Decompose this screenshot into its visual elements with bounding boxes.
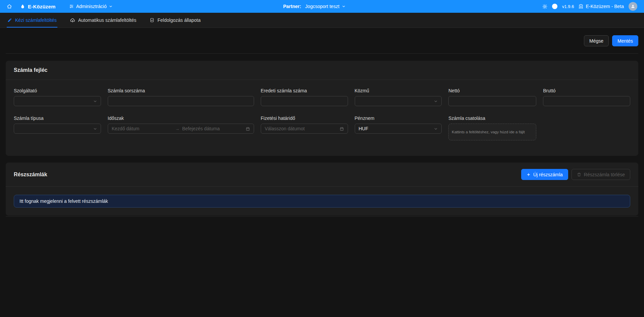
tab-manual-upload[interactable]: Kézi számlafeltöltés xyxy=(7,13,57,28)
field-provider: Szolgáltató xyxy=(14,88,101,106)
calendar-icon xyxy=(340,127,344,131)
theme-toggle[interactable] xyxy=(552,4,557,9)
card-title: Számla fejléc xyxy=(14,67,48,73)
partner-value: Jogcsoport teszt xyxy=(305,4,339,9)
chevron-down-icon xyxy=(93,127,97,131)
currency-value: HUF xyxy=(359,126,368,131)
version-label: v1.9.6 xyxy=(562,4,574,9)
app-logo-drop-icon xyxy=(20,3,25,9)
field-original-invoice-number: Eredeti számla száma xyxy=(261,88,348,106)
tab-label: Automatikus számlafeltöltés xyxy=(78,17,137,23)
save-button[interactable]: Mentés xyxy=(612,35,638,46)
home-icon[interactable] xyxy=(7,4,12,9)
tab-bar: Kézi számlafeltöltés Automatikus számlaf… xyxy=(0,13,644,28)
invoice-attachment-upload[interactable]: Kattints a feltöltéshez, vagy húzd ide a… xyxy=(448,124,536,140)
trash-icon xyxy=(577,172,581,177)
period-end-input[interactable] xyxy=(182,126,243,131)
field-invoice-number: Számla sorszáma xyxy=(108,88,254,106)
menu-administration[interactable]: Adminisztráció xyxy=(69,4,112,9)
partner-selector[interactable]: Jogcsoport teszt xyxy=(305,4,345,9)
field-utility: Közmű xyxy=(355,88,442,106)
chevron-down-icon xyxy=(434,99,438,103)
topbar-right: v1.9.6 E-Közüzem - Beta xyxy=(322,2,638,11)
period-range-picker[interactable]: → xyxy=(108,124,254,134)
subinvoices-card-header: Részszámlák Új részszámla Részszámla tör… xyxy=(6,163,638,187)
due-date-picker[interactable] xyxy=(261,124,348,134)
partner-label: Partner: xyxy=(283,4,301,9)
partner-bar: Partner: Jogcsoport teszt xyxy=(283,4,346,9)
environment-badge: E-Közüzem - Beta xyxy=(579,4,624,9)
original-invoice-number-input[interactable] xyxy=(261,96,348,106)
currency-label: Pénznem xyxy=(355,116,442,121)
period-label: Időszak xyxy=(108,116,254,121)
bottom-divider xyxy=(6,216,638,217)
user-icon xyxy=(631,4,635,9)
chevron-down-icon xyxy=(342,5,345,8)
calendar-icon xyxy=(246,127,250,131)
top-header-bar: E-Közüzem Adminisztráció Partner: Jogcso… xyxy=(0,0,644,13)
gross-label: Bruttó xyxy=(543,88,630,93)
empty-subinvoices-text: Itt fognak megjelenni a felvett részszám… xyxy=(19,198,108,204)
field-currency: Pénznem HUF xyxy=(355,116,442,140)
theme-sun-icon xyxy=(542,4,547,9)
add-subinvoice-button[interactable]: Új részszámla xyxy=(521,169,568,180)
invoice-header-card-body: Szolgáltató Számla sorszáma E xyxy=(6,80,638,156)
tab-processing-status[interactable]: Feldolgozás állapota xyxy=(149,13,201,28)
building-icon xyxy=(579,4,583,9)
empty-subinvoices-alert: Itt fognak megjelenni a felvett részszám… xyxy=(14,195,630,208)
invoice-type-select[interactable] xyxy=(14,124,101,134)
tab-automatic-upload[interactable]: Automatikus számlafeltöltés xyxy=(69,13,137,28)
original-invoice-number-label: Eredeti számla száma xyxy=(261,88,348,93)
form-action-row: Mégse Mentés xyxy=(6,35,638,46)
administration-icon xyxy=(69,4,74,9)
invoice-type-label: Számla típusa xyxy=(14,116,101,121)
app-root: E-Közüzem Adminisztráció Partner: Jogcso… xyxy=(0,0,644,317)
processing-status-icon xyxy=(150,18,154,22)
chevron-down-icon xyxy=(434,127,438,131)
chevron-down-icon xyxy=(93,99,97,103)
utility-label: Közmű xyxy=(355,88,442,93)
delete-subinvoice-label: Részszámla törlése xyxy=(584,172,625,177)
card-title: Részszámlák xyxy=(14,172,47,178)
period-start-input[interactable] xyxy=(112,126,172,131)
edit-icon xyxy=(7,18,12,22)
invoice-header-card: Számla fejléc Szolgáltató Szám xyxy=(6,61,638,156)
field-net: Nettó xyxy=(448,88,536,106)
cancel-button[interactable]: Mégse xyxy=(584,35,609,46)
provider-label: Szolgáltató xyxy=(14,88,101,93)
utility-select[interactable] xyxy=(355,96,442,106)
field-gross: Bruttó xyxy=(543,88,630,106)
main-content: Mégse Mentés Számla fejléc Szolgáltató xyxy=(0,28,644,217)
tab-label: Kézi számlafeltöltés xyxy=(15,17,57,23)
delete-subinvoice-button[interactable]: Részszámla törlése xyxy=(572,169,630,180)
upload-hint: Kattints a feltöltéshez, vagy húzd ide a… xyxy=(452,130,525,134)
gross-amount-input[interactable] xyxy=(543,96,630,106)
invoice-header-card-header: Számla fejléc xyxy=(6,61,638,80)
cloud-upload-icon xyxy=(70,18,75,23)
add-subinvoice-label: Új részszámla xyxy=(533,172,563,177)
top-divider xyxy=(6,53,638,54)
provider-select[interactable] xyxy=(14,96,101,106)
field-due-date: Fizetési határidő xyxy=(261,116,348,140)
net-amount-input[interactable] xyxy=(448,96,536,106)
subinvoices-actions: Új részszámla Részszámla törlése xyxy=(521,169,630,180)
currency-select[interactable]: HUF xyxy=(355,124,442,134)
field-invoice-type: Számla típusa xyxy=(14,116,101,140)
field-period: Időszak → xyxy=(108,116,254,140)
subinvoices-card: Részszámlák Új részszámla Részszámla tör… xyxy=(6,163,638,216)
invoice-number-label: Számla sorszáma xyxy=(108,88,254,93)
topbar-left: E-Közüzem Adminisztráció xyxy=(7,3,322,9)
due-date-input[interactable] xyxy=(265,126,337,131)
field-attachment: Számla csatolása Kattints a feltöltéshez… xyxy=(448,116,536,140)
subinvoices-card-body: Itt fognak megjelenni a felvett részszám… xyxy=(6,187,638,216)
invoice-number-input[interactable] xyxy=(108,96,254,106)
attachment-label: Számla csatolása xyxy=(448,116,536,121)
user-avatar[interactable] xyxy=(629,2,637,11)
arrow-right-icon: → xyxy=(175,126,180,131)
tab-label: Feldolgozás állapota xyxy=(157,17,200,23)
invoice-form-grid: Szolgáltató Számla sorszáma E xyxy=(14,88,630,140)
administration-label: Adminisztráció xyxy=(76,4,107,9)
due-date-label: Fizetési határidő xyxy=(261,116,348,121)
plus-icon xyxy=(527,173,531,177)
net-label: Nettó xyxy=(448,88,536,93)
